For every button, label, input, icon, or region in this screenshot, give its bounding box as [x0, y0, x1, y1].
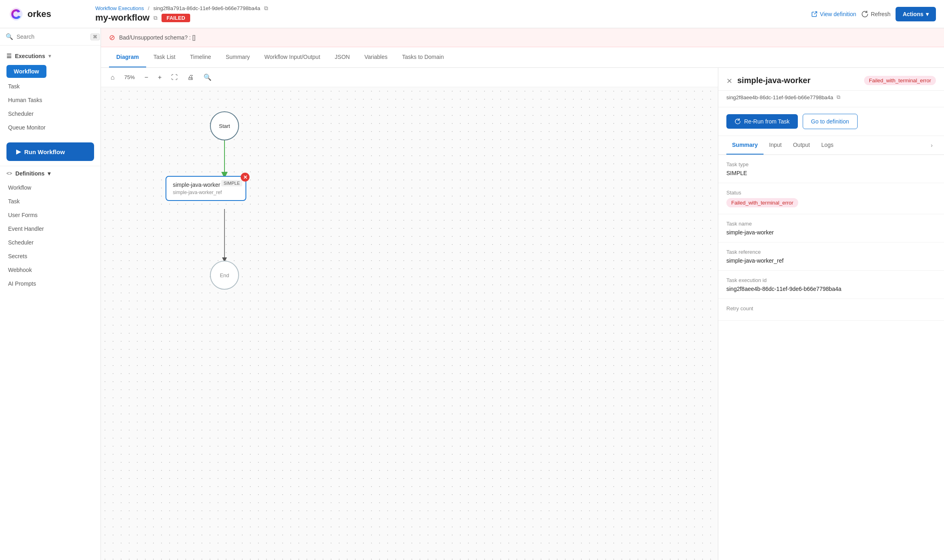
print-button[interactable]: 🖨: [184, 71, 197, 84]
search-icon: 🔍: [6, 33, 13, 40]
sidebar-item-workflow-active[interactable]: Workflow: [6, 65, 46, 78]
node-end-label: End: [220, 272, 229, 278]
sidebar-item-def-webhook[interactable]: Webhook: [0, 263, 101, 277]
retry-count-label: Retry count: [726, 305, 936, 311]
node-error-indicator: ✕: [241, 173, 250, 182]
breadcrumb: Workflow Executions / sing2f8a791a-86dc-…: [95, 5, 805, 12]
panel-tabs-chevron-icon[interactable]: ›: [927, 139, 936, 152]
panel-content: Task type SIMPLE Status Failed_with_term…: [718, 155, 944, 321]
sidebar-item-def-scheduler[interactable]: Scheduler: [0, 236, 101, 249]
panel-task-id-value: sing2f8aee4b-86dc-11ef-9de6-b66e7798ba4a: [726, 94, 833, 100]
retry-count-row: Retry count: [718, 299, 944, 321]
sidebar-item-human-tasks[interactable]: Human Tasks: [0, 93, 101, 107]
tab-variables[interactable]: Variables: [357, 47, 394, 67]
executions-header[interactable]: ☰ Executions ▾: [0, 49, 101, 63]
task-exec-id-row: Task execution id sing2f8aee4b-86dc-11ef…: [718, 271, 944, 299]
status-value: Failed_with_terminal_error: [726, 198, 936, 207]
actions-chevron-icon: ▾: [926, 11, 929, 17]
panel-tab-logs[interactable]: Logs: [816, 136, 839, 155]
executions-chevron-icon: ▾: [48, 53, 51, 59]
actions-button[interactable]: Actions ▾: [896, 7, 936, 21]
definitions-label: Definitions: [15, 170, 44, 177]
task-ref-label: Task reference: [726, 249, 936, 255]
task-ref-row: Task reference simple-java-worker_ref: [718, 242, 944, 271]
zoom-out-button[interactable]: −: [141, 71, 151, 84]
logo: orkes: [8, 6, 89, 22]
tab-timeline[interactable]: Timeline: [183, 47, 218, 67]
sidebar-item-def-event-handler[interactable]: Event Handler: [0, 222, 101, 236]
fit-screen-button[interactable]: ⛶: [168, 71, 181, 84]
zoom-in-button[interactable]: +: [155, 71, 165, 84]
task-exec-id-value: sing2f8aee4b-86dc-11ef-9de6-b66e7798ba4a: [726, 286, 936, 292]
panel-actions: Re-Run from Task Go to definition: [718, 107, 944, 136]
dot-grid-background: [101, 87, 718, 560]
panel-tab-summary[interactable]: Summary: [726, 136, 764, 155]
sidebar-item-task[interactable]: Task: [0, 79, 101, 93]
sidebar-item-def-secrets[interactable]: Secrets: [0, 249, 101, 263]
sidebar-item-workflow-label: Workflow: [14, 68, 39, 75]
node-task[interactable]: SIMPLE simple-java-worker simple-java-wo…: [166, 176, 246, 201]
logo-text: orkes: [27, 9, 51, 19]
task-name-label: Task name: [726, 221, 936, 227]
goto-definition-button[interactable]: Go to definition: [803, 114, 858, 129]
panel-close-button[interactable]: ✕: [726, 77, 732, 86]
tab-task-list[interactable]: Task List: [146, 47, 183, 67]
panel-task-id-copy-icon[interactable]: ⧉: [837, 94, 840, 100]
node-start-label: Start: [219, 123, 230, 129]
sidebar-item-def-task[interactable]: Task: [0, 194, 101, 208]
tab-diagram[interactable]: Diagram: [109, 47, 146, 67]
search-diagram-button[interactable]: 🔍: [200, 71, 215, 84]
menu-lines-icon: ☰: [6, 53, 12, 59]
definitions-header[interactable]: <> Definitions ▾: [0, 166, 101, 181]
sidebar-item-def-workflow[interactable]: Workflow: [0, 181, 101, 194]
panel-tab-output[interactable]: Output: [787, 136, 816, 155]
sidebar-item-human-tasks-label: Human Tasks: [8, 97, 42, 103]
workflow-name-copy-icon[interactable]: ⧉: [153, 15, 157, 21]
sidebar-item-queue-monitor-label: Queue Monitor: [8, 124, 46, 131]
top-header: orkes Workflow Executions / sing2f8a791a…: [0, 0, 944, 28]
breadcrumb-id: sing2f8a791a-86dc-11ef-9de6-b66e7798ba4a: [153, 5, 260, 11]
sidebar: 🔍 ⌘ K ☰ Executions ▾ Workflow Task Human…: [0, 28, 101, 560]
zoom-level: 75%: [121, 73, 138, 82]
search-input[interactable]: [17, 33, 87, 40]
breadcrumb-copy-icon[interactable]: ⧉: [264, 5, 268, 11]
code-brackets-icon: <>: [6, 171, 12, 176]
sidebar-item-queue-monitor[interactable]: Queue Monitor: [0, 121, 101, 134]
executions-label: Executions: [15, 53, 45, 59]
diagram-toolbar: ⌂ 75% − + ⛶ 🖨 🔍: [101, 68, 718, 87]
panel-tab-input[interactable]: Input: [764, 136, 787, 155]
main-layout: 🔍 ⌘ K ☰ Executions ▾ Workflow Task Human…: [0, 28, 944, 560]
right-panel: ✕ simple-java-worker Failed_with_termina…: [718, 68, 944, 560]
sidebar-item-def-ai-prompts[interactable]: AI Prompts: [0, 277, 101, 290]
tab-workflow-io[interactable]: Workflow Input/Output: [257, 47, 327, 67]
goto-def-label: Go to definition: [811, 118, 849, 125]
status-row: Status Failed_with_terminal_error: [718, 183, 944, 214]
refresh-button[interactable]: Refresh: [861, 10, 891, 18]
task-exec-id-label: Task execution id: [726, 277, 936, 283]
node-end: End: [210, 261, 239, 290]
tab-summary[interactable]: Summary: [218, 47, 257, 67]
error-text: Bad/Unsupported schema? : []: [119, 34, 195, 41]
search-shortcut: ⌘ K: [90, 33, 101, 40]
node-task-ref: simple-java-worker_ref: [173, 190, 239, 195]
run-workflow-button[interactable]: ▶ Run Workflow: [6, 142, 94, 161]
task-ref-value: simple-java-worker_ref: [726, 257, 936, 264]
sidebar-item-scheduler[interactable]: Scheduler: [0, 107, 101, 121]
workflow-title-row: my-workflow ⧉ FAILED: [95, 13, 805, 23]
tab-json[interactable]: JSON: [327, 47, 357, 67]
view-definition-label: View definition: [820, 11, 856, 17]
task-name-value: simple-java-worker: [726, 229, 936, 236]
rerun-icon: [734, 118, 741, 125]
tab-tasks-to-domain[interactable]: Tasks to Domain: [395, 47, 451, 67]
rerun-button[interactable]: Re-Run from Task: [726, 114, 798, 129]
task-type-row: Task type SIMPLE: [718, 155, 944, 183]
actions-label: Actions: [903, 11, 923, 17]
status-label: Status: [726, 190, 936, 196]
sidebar-item-def-user-forms[interactable]: User Forms: [0, 208, 101, 222]
home-tool-button[interactable]: ⌂: [107, 71, 118, 84]
sidebar-item-scheduler-label: Scheduler: [8, 111, 34, 117]
view-definition-button[interactable]: View definition: [811, 11, 856, 17]
task-name-row: Task name simple-java-worker: [718, 214, 944, 242]
breadcrumb-link[interactable]: Workflow Executions: [95, 5, 144, 11]
external-link-icon: [811, 11, 818, 17]
